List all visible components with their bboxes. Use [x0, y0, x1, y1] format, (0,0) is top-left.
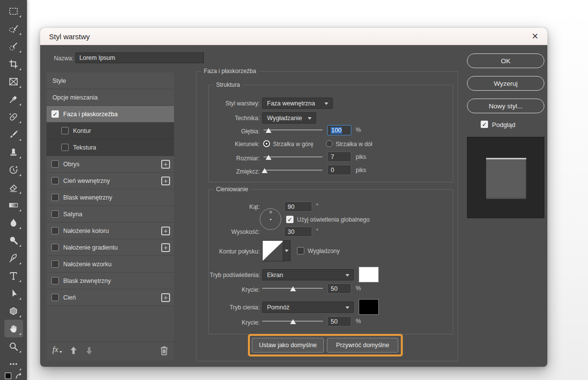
list-item-contour[interactable]: Kontur [47, 123, 174, 139]
dodge-tool-button[interactable] [4, 231, 23, 249]
clone-stamp-tool-button[interactable] [4, 143, 23, 161]
angle-value-field[interactable]: 90 [284, 202, 312, 212]
list-item-texture[interactable]: Tekstura [47, 139, 174, 156]
shadow-opacity-field[interactable]: 50 [327, 316, 351, 327]
type-tool-button[interactable] [4, 267, 23, 284]
checkbox-inner-shadow[interactable] [51, 177, 59, 184]
list-item-gradient-overlay[interactable]: Nałożenie gradientu + [47, 239, 174, 256]
shadow-opacity-slider[interactable] [262, 318, 323, 325]
blur-tool-button[interactable] [4, 214, 23, 231]
eraser-tool-button[interactable] [4, 178, 23, 196]
list-item-stroke[interactable]: Obrys + [47, 156, 174, 173]
brush-tool-button[interactable] [4, 126, 23, 143]
angle-dial[interactable] [260, 208, 281, 230]
set-defaults-button[interactable]: Ustaw jako domyślne [252, 338, 324, 353]
zoom-tool-button[interactable] [4, 337, 23, 355]
close-icon[interactable]: × [528, 29, 542, 44]
shadow-mode-dropdown[interactable]: Pomnóż [262, 302, 354, 313]
soften-value-field[interactable]: 0 [327, 165, 351, 175]
checkbox-contour[interactable] [61, 127, 69, 134]
antialiased-checkbox[interactable] [297, 247, 304, 254]
checkbox-color-overlay[interactable] [51, 227, 59, 234]
history-brush-tool-button[interactable] [4, 161, 23, 178]
path-selection-tool-button[interactable] [4, 284, 23, 302]
checkbox-inner-glow[interactable] [51, 194, 59, 201]
preview-checkbox[interactable] [481, 121, 488, 128]
list-item-bevel-emboss[interactable]: Faza i płaskorzeźba [47, 106, 174, 123]
frame-tool-button[interactable] [4, 73, 23, 90]
list-item-pattern-overlay[interactable]: Nałożenie wzorku [47, 256, 174, 273]
altitude-value-field[interactable]: 30 [284, 227, 312, 237]
shadow-color-swatch[interactable] [359, 299, 379, 315]
highlight-opacity-field[interactable]: 50 [327, 283, 351, 294]
dialog-titlebar[interactable]: Styl warstwy × [40, 28, 547, 45]
direction-down-radio[interactable] [326, 140, 333, 147]
size-value-field[interactable]: 7 [327, 152, 351, 162]
checkbox-drop-shadow[interactable] [51, 294, 59, 301]
checkbox-outer-glow[interactable] [51, 277, 59, 284]
soften-slider[interactable] [264, 167, 322, 174]
global-light-checkbox[interactable] [286, 216, 294, 223]
layer-style-dropdown[interactable]: Faza wewnętrzna [262, 98, 333, 109]
list-item-outer-glow[interactable]: Blask zewnętrzny [47, 273, 174, 289]
soften-slider-thumb[interactable] [262, 168, 268, 173]
reset-button[interactable]: Wyzeruj [467, 76, 544, 91]
eraser-icon [8, 182, 19, 193]
add-color-overlay-button[interactable]: + [161, 227, 170, 235]
technique-dropdown[interactable]: Wygładzanie [262, 112, 316, 124]
more-tools-button[interactable] [4, 355, 23, 373]
crop-tool-button[interactable] [4, 55, 23, 73]
checkbox-pattern-overlay[interactable] [51, 260, 59, 268]
add-inner-shadow-button[interactable]: + [161, 177, 170, 185]
pen-tool-button[interactable] [4, 249, 23, 267]
list-item-inner-glow[interactable]: Blask wewnętrzny [47, 189, 174, 206]
gradient-tool-button[interactable] [4, 196, 23, 214]
highlight-mode-dropdown[interactable]: Ekran [262, 269, 354, 280]
checkbox-texture[interactable] [61, 144, 69, 151]
list-item-inner-shadow[interactable]: Cień wewnętrzny + [47, 173, 174, 189]
list-item-drop-shadow[interactable]: Cień + [47, 289, 174, 306]
highlight-opacity-unit: % [356, 285, 361, 292]
depth-value-field[interactable]: 100 [327, 125, 351, 135]
new-style-button[interactable]: Nowy styl... [467, 99, 544, 113]
list-item-styles[interactable]: Style [47, 73, 174, 89]
checkbox-satin[interactable] [51, 210, 59, 218]
checkbox-stroke[interactable] [51, 160, 59, 168]
healing-brush-tool-button[interactable] [4, 108, 23, 126]
checkbox-gradient-overlay[interactable] [51, 244, 59, 251]
direction-up-radio[interactable] [263, 140, 270, 147]
list-item-color-overlay[interactable]: Nałożenie koloru + [47, 223, 174, 239]
name-input[interactable] [75, 52, 204, 63]
checkbox-bevel-emboss[interactable] [51, 110, 59, 118]
delete-effect-icon[interactable] [159, 345, 169, 356]
depth-slider-thumb[interactable] [266, 128, 271, 133]
highlight-color-swatch[interactable] [359, 267, 379, 282]
ok-button[interactable]: OK [467, 53, 544, 68]
highlight-opacity-slider[interactable] [262, 285, 323, 292]
depth-slider[interactable] [264, 127, 322, 133]
antialiased-label: Wygładzony [308, 248, 340, 254]
add-gradient-overlay-button[interactable]: + [161, 243, 170, 252]
rectangular-marquee-tool-button[interactable] [4, 2, 23, 20]
move-down-icon[interactable] [85, 346, 94, 355]
layer-style-label: Styl warstwy: [210, 100, 260, 107]
gloss-contour-dropdown[interactable] [283, 240, 291, 261]
reset-defaults-button[interactable]: Przywróć domyślne [327, 338, 398, 353]
quick-selection-tool-button[interactable] [4, 37, 23, 55]
add-drop-shadow-button[interactable]: + [161, 293, 170, 302]
hand-tool-button[interactable] [4, 320, 23, 337]
selection-brush-tool-button[interactable] [4, 20, 23, 37]
eyedropper-tool-button[interactable] [4, 90, 23, 108]
fx-menu-button[interactable]: fx [52, 345, 58, 354]
size-slider[interactable] [264, 153, 322, 160]
shape-tool-button[interactable] [4, 302, 23, 320]
shadow-opacity-thumb[interactable] [290, 319, 296, 324]
list-item-blending-options[interactable]: Opcje mieszania [47, 89, 174, 106]
move-up-icon[interactable] [69, 346, 78, 355]
highlight-opacity-thumb[interactable] [290, 286, 296, 291]
size-slider-thumb[interactable] [266, 155, 271, 160]
add-stroke-button[interactable]: + [161, 160, 170, 169]
list-item-satin[interactable]: Satyna [47, 206, 174, 223]
quick-selection-icon [8, 41, 19, 52]
gloss-contour-thumbnail[interactable] [262, 240, 283, 261]
